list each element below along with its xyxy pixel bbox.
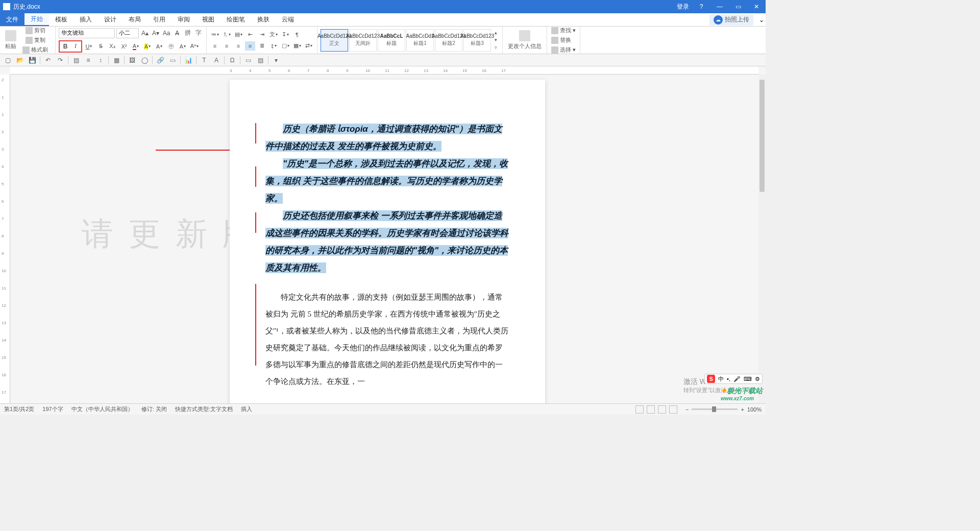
status-mode[interactable]: 插入 [241, 405, 252, 413]
document-page[interactable]: 历史（希腊语 ἱστορία，通过调查获得的知识"）是书面文件中描述的过去及 发… [230, 80, 545, 403]
selected-paragraph[interactable]: 历史还包括使用叙事来检 一系列过去事件并客观地确定造成这些事件的因果关系的学科。… [265, 207, 509, 277]
style-heading1[interactable]: AaBbCcDd1标题1 [406, 29, 434, 52]
zoom-slider[interactable] [692, 408, 738, 410]
replace-button[interactable]: 替换 [550, 36, 572, 44]
body-paragraph[interactable]: 特定文化共有的故事，源的支持（例如亚瑟王周围的故事），通常被归为 元前 5 世纪… [265, 289, 509, 390]
line-spacing-button[interactable]: ‡ [268, 41, 279, 51]
enclose-char-button[interactable]: ㊥ [166, 42, 176, 51]
zoom-in-button[interactable]: + [741, 406, 744, 413]
menu-layout[interactable]: 布局 [122, 13, 147, 26]
qa-form-button[interactable]: ▤ [256, 56, 265, 65]
font-more-button[interactable]: Aᵃ [189, 42, 200, 51]
grow-font-button[interactable]: A▴ [140, 29, 150, 38]
qa-image-button[interactable]: 🖼 [128, 56, 137, 65]
menu-cloud[interactable]: 云端 [276, 13, 300, 26]
menu-references[interactable]: 引用 [147, 13, 172, 26]
superscript-button[interactable]: X² [119, 42, 129, 51]
style-normal[interactable]: AaBbCcDd123正文 [321, 29, 348, 52]
qa-bullets-button[interactable]: ≡ [84, 56, 93, 65]
text-effects-button[interactable]: A [178, 42, 188, 51]
bold-button[interactable]: B [61, 42, 70, 51]
menu-review[interactable]: 审阅 [172, 13, 196, 26]
paste-button[interactable]: 粘贴 [3, 29, 18, 51]
qa-link-button[interactable]: 🔗 [156, 56, 165, 65]
zoom-out-button[interactable]: − [685, 406, 689, 413]
view-read-button[interactable] [647, 405, 655, 414]
vertical-scrollbar[interactable] [758, 75, 766, 403]
subscript-button[interactable]: X₂ [107, 42, 117, 51]
menu-view[interactable]: 视图 [196, 13, 220, 26]
bullets-button[interactable]: ≔ [210, 30, 220, 39]
decrease-indent-button[interactable]: ⇤ [245, 30, 255, 39]
style-title[interactable]: AaBbCcL标题 [378, 29, 405, 52]
undo-button[interactable]: ↶ [43, 56, 53, 65]
new-doc-button[interactable]: ▢ [3, 56, 12, 65]
selected-paragraph[interactable]: 历史（希腊语 ἱστορία，通过调查获得的知识"）是书面文件中描述的过去及 发… [265, 120, 509, 155]
shading-button[interactable]: ▢ [280, 41, 290, 51]
ime-lang[interactable]: 中 [718, 375, 724, 383]
selected-paragraph[interactable]: "历史"是一个总称，涉及到过去的事件以及记忆，发现，收集，组织 关于这些事件的信… [265, 155, 509, 207]
find-button[interactable]: 查找▾ [550, 26, 577, 35]
increase-indent-button[interactable]: ⇥ [257, 30, 267, 39]
align-justify-button[interactable]: ≡ [245, 41, 255, 51]
qa-more-button[interactable]: ▾ [272, 56, 281, 65]
horizontal-ruler[interactable]: 34567891011121314151617 [10, 66, 758, 75]
qa-task-button[interactable]: ▭ [243, 56, 253, 65]
qa-layout-button[interactable]: ▤ [71, 56, 81, 65]
qa-header-button[interactable]: ▭ [168, 56, 177, 65]
distribute-button[interactable]: ≣ [257, 41, 267, 51]
phonetic-guide-button[interactable]: 拼 [183, 29, 192, 38]
style-heading2[interactable]: AaBbCcDd123标题2 [435, 29, 462, 52]
char-shading-button[interactable]: A [154, 42, 164, 51]
qa-shapes-button[interactable]: ◯ [140, 56, 149, 65]
ime-settings-icon[interactable]: ⚙ [755, 376, 760, 382]
status-words[interactable]: 197个字 [42, 405, 63, 413]
font-color-button[interactable]: A [131, 42, 141, 51]
sort-button[interactable]: ↧ [280, 30, 290, 39]
ime-punct[interactable]: •, [727, 376, 730, 382]
view-web-button[interactable] [658, 405, 666, 414]
ribbon-collapse-icon[interactable]: ⌄ [757, 16, 766, 23]
modify-info-button[interactable]: 更改个人信息 [506, 29, 544, 51]
ime-keyboard-icon[interactable]: ⌨ [744, 376, 752, 382]
font-name-input[interactable] [59, 28, 115, 38]
qa-spacing-button[interactable]: ↕ [96, 56, 105, 65]
login-link[interactable]: 登录 [677, 3, 689, 11]
upload-button[interactable]: ☁ 拍照上传 [709, 14, 753, 26]
view-outline-button[interactable] [669, 405, 677, 414]
qa-symbol-button[interactable]: Ω [228, 56, 237, 65]
font-size-input[interactable] [116, 28, 139, 38]
help-button[interactable]: ? [695, 3, 707, 10]
redo-button[interactable]: ↷ [56, 56, 65, 65]
zoom-value[interactable]: 100% [747, 406, 762, 413]
multilevel-button[interactable]: ▤ [233, 30, 243, 39]
maximize-button[interactable]: ▭ [732, 3, 744, 10]
qa-chart-button[interactable]: 📊 [184, 56, 193, 65]
shrink-font-button[interactable]: A▾ [151, 29, 160, 38]
menu-draw[interactable]: 绘图笔 [220, 13, 251, 26]
status-language[interactable]: 中文（中华人民共和国） [71, 405, 133, 413]
char-border-button[interactable]: 字 [194, 29, 203, 38]
style-nospacing[interactable]: AaBbCcDd123无间距 [349, 29, 377, 52]
align-left-button[interactable]: ≡ [210, 41, 220, 51]
format-painter-button[interactable]: 格式刷 [21, 45, 49, 54]
menu-file[interactable]: 文件 [0, 13, 24, 26]
highlight-color-button[interactable]: A [142, 42, 153, 51]
align-right-button[interactable]: ≡ [233, 41, 243, 51]
qa-table-button[interactable]: ▦ [112, 56, 121, 65]
strike-button[interactable]: S̶ [95, 42, 106, 51]
status-revision[interactable]: 修订: 关闭 [141, 405, 167, 413]
ime-toolbar[interactable]: S 中 •, 🎤 ⌨ ⚙ [704, 374, 763, 384]
tabs-button[interactable]: ⇄ [304, 41, 314, 51]
view-print-button[interactable] [635, 405, 644, 414]
select-button[interactable]: 选择▾ [550, 45, 577, 54]
align-center-button[interactable]: ≡ [222, 41, 232, 51]
underline-button[interactable]: U [84, 42, 94, 51]
vertical-ruler[interactable]: 211234567891011121314151617 [0, 75, 10, 403]
menu-skin[interactable]: 换肤 [251, 13, 276, 26]
document-canvas[interactable]: 请更新版本 历史（希腊语 ἱστορία，通过调查获得的知识"）是书面文件中描述… [10, 75, 758, 403]
numbering-button[interactable]: ⒈ [222, 30, 232, 39]
scrollbar-thumb[interactable] [760, 80, 765, 192]
style-heading3[interactable]: AaBbCcDd123标题3 [463, 29, 491, 52]
cut-button[interactable]: 剪切 [24, 26, 46, 35]
